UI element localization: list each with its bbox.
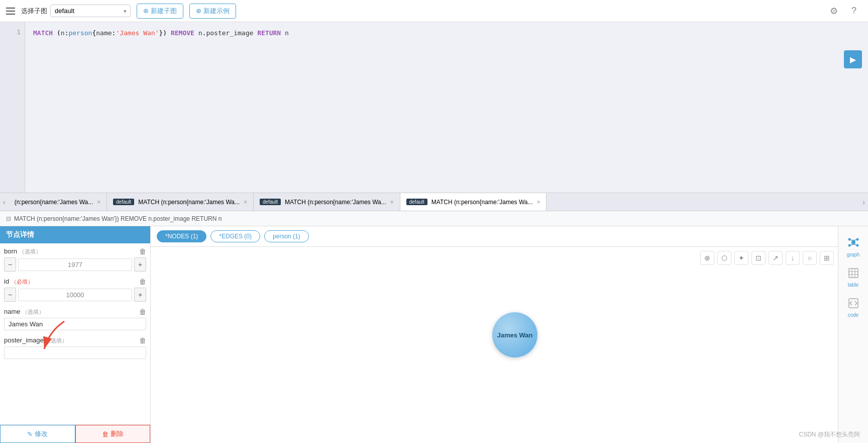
field-id-input[interactable] — [18, 289, 132, 301]
tab-prev-button[interactable]: ‹ — [0, 198, 9, 206]
query-info-text: MATCH (n:person{name:'James Wan'}) REMOV… — [14, 215, 222, 222]
code-view-icon — [848, 298, 859, 311]
right-tab-graph-label: graph — [847, 252, 860, 257]
graph-toolbar: ⊕ ⬡ ✦ ⊡ ↗ ↓ ○ ⊞ — [700, 251, 834, 265]
panel-footer: ✎ 修改 🗑 删除 — [0, 424, 150, 443]
tab-title-2: MATCH (n:person{name:'James Wa... — [285, 199, 386, 206]
tab-next-button[interactable]: › — [859, 198, 868, 206]
graph-selector: 选择子图 default — [21, 5, 131, 17]
right-tab-table-label: table — [848, 282, 859, 288]
right-tab-graph[interactable]: graph — [838, 232, 868, 261]
field-id: id （必填） 🗑 − + — [4, 278, 146, 302]
field-poster-image: poster_image （选填） 🗑 — [4, 336, 146, 359]
circle-icon[interactable]: ○ — [803, 251, 817, 265]
svg-point-3 — [856, 238, 858, 241]
field-id-delete[interactable]: 🗑 — [139, 278, 146, 286]
graph-tab-nodes[interactable]: *NODES (1) — [157, 230, 206, 242]
field-born-input-row: − + — [4, 257, 146, 272]
graph-tab-person[interactable]: person (1) — [264, 230, 309, 242]
panel-body: born （选填） 🗑 − + id （必填） 🗑 — [0, 243, 150, 424]
graph-node-james-wan[interactable]: James Wan — [492, 312, 537, 358]
field-name-delete[interactable]: 🗑 — [139, 308, 146, 316]
delete-icon: 🗑 — [102, 430, 108, 438]
svg-point-5 — [856, 244, 858, 247]
field-poster-image-name: poster_image （选填） — [4, 336, 67, 344]
plus-icon: ⊕ — [143, 7, 149, 15]
field-poster-image-input[interactable] — [4, 346, 146, 359]
line-numbers: 1 — [0, 22, 25, 193]
delete-button[interactable]: 🗑 删除 — [75, 425, 151, 443]
panel-header: 节点详情 — [0, 226, 150, 243]
center-panel: *NODES (1) *EDGES (0) person (1) ⊕ ⬡ — [151, 226, 838, 443]
tab-close-0[interactable]: × — [97, 199, 100, 206]
field-id-minus[interactable]: − — [4, 288, 16, 302]
settings-icon[interactable]: ⚙ — [826, 3, 842, 19]
svg-line-8 — [850, 244, 853, 245]
right-tab-code[interactable]: code — [838, 294, 868, 322]
code-editor: 1 MATCH (n:person{name:'James Wan'}) REM… — [0, 22, 868, 193]
panel-title: 节点详情 — [6, 230, 34, 238]
layout-icon[interactable]: ⬡ — [717, 251, 731, 265]
watermark: CSDN @我不想头秃阿 — [799, 430, 860, 439]
modify-icon: ✎ — [27, 430, 33, 438]
help-icon[interactable]: ? — [846, 3, 862, 19]
field-name-input-row — [4, 318, 146, 330]
left-panel: 节点详情 born （选填） 🗑 − + — [0, 226, 151, 443]
tab-item-0[interactable]: (n:person{name:'James Wa... × — [9, 193, 107, 211]
field-born-plus[interactable]: + — [134, 257, 146, 272]
right-tab-table[interactable]: table — [838, 263, 868, 292]
field-name-label-row: name （选填） 🗑 — [4, 308, 146, 316]
expand-icon[interactable]: ✦ — [734, 251, 748, 265]
new-instance-label: 新建示例 — [203, 7, 230, 16]
tab-title-3: MATCH (n:person{name:'James Wa... — [431, 199, 533, 206]
graph-select[interactable]: default — [50, 5, 131, 17]
right-tab-code-label: code — [848, 312, 859, 318]
new-subgraph-button[interactable]: ⊕ 新建子图 — [137, 4, 183, 19]
right-panel: graph table — [838, 226, 868, 443]
svg-rect-10 — [849, 269, 858, 278]
modify-button[interactable]: ✎ 修改 — [0, 425, 75, 443]
arrow-icon[interactable]: ↗ — [769, 251, 783, 265]
tab-title-0: (n:person{name:'James Wa... — [15, 199, 93, 206]
field-id-input-row: − + — [4, 288, 146, 302]
field-id-label-row: id （必填） 🗑 — [4, 278, 146, 286]
field-born-name: born （选填） — [4, 247, 41, 255]
field-poster-image-delete[interactable]: 🗑 — [139, 336, 146, 344]
tabs-bar: ‹ (n:person{name:'James Wa... × default … — [0, 193, 868, 211]
svg-line-6 — [850, 240, 853, 240]
field-born-minus[interactable]: − — [4, 257, 16, 272]
download-icon[interactable]: ↓ — [786, 251, 800, 265]
field-born-label-row: born （选填） 🗑 — [4, 247, 146, 255]
field-id-plus[interactable]: + — [134, 288, 146, 302]
tab-close-3[interactable]: × — [536, 199, 540, 206]
run-button[interactable]: ▶ — [844, 50, 862, 68]
tab-item-2[interactable]: default MATCH (n:person{name:'James Wa..… — [254, 193, 400, 211]
plus-icon2: ⊕ — [196, 7, 201, 15]
graph-node-label: James Wan — [497, 331, 532, 339]
graph-selector-label: 选择子图 — [21, 7, 47, 16]
menu-icon[interactable] — [6, 8, 15, 15]
tab-badge-3: default — [406, 199, 427, 205]
add-node-icon[interactable]: ⊕ — [700, 251, 714, 265]
filter-icon[interactable]: ⊡ — [751, 251, 766, 265]
field-name: name （选填） 🗑 — [4, 308, 146, 330]
new-instance-button[interactable]: ⊕ 新建示例 — [189, 4, 236, 19]
graph-canvas[interactable]: ⊕ ⬡ ✦ ⊡ ↗ ↓ ○ ⊞ James Wan — [151, 247, 838, 443]
tab-close-1[interactable]: × — [244, 199, 247, 206]
code-content[interactable]: MATCH (n:person{name:'James Wan'}) REMOV… — [25, 22, 868, 193]
tab-badge-1: default — [113, 199, 134, 205]
tab-item-3[interactable]: default MATCH (n:person{name:'James Wa..… — [400, 193, 547, 211]
field-name-input[interactable] — [4, 318, 146, 330]
table-view-icon — [848, 268, 859, 281]
tab-close-2[interactable]: × — [390, 199, 394, 206]
field-born-input[interactable] — [18, 258, 132, 271]
field-born-delete[interactable]: 🗑 — [139, 247, 146, 255]
toolbar-right: ⚙ ? — [826, 3, 862, 19]
graph-tab-nodes-label: *NODES (1) — [165, 233, 198, 240]
tab-item-1[interactable]: default MATCH (n:person{name:'James Wa..… — [107, 193, 254, 211]
field-poster-image-input-row — [4, 346, 146, 359]
graph-tab-edges[interactable]: *EDGES (0) — [210, 230, 260, 242]
field-id-name: id （必填） — [4, 278, 33, 286]
fullscreen-icon[interactable]: ⊞ — [820, 251, 834, 265]
line-number-1: 1 — [4, 28, 21, 36]
